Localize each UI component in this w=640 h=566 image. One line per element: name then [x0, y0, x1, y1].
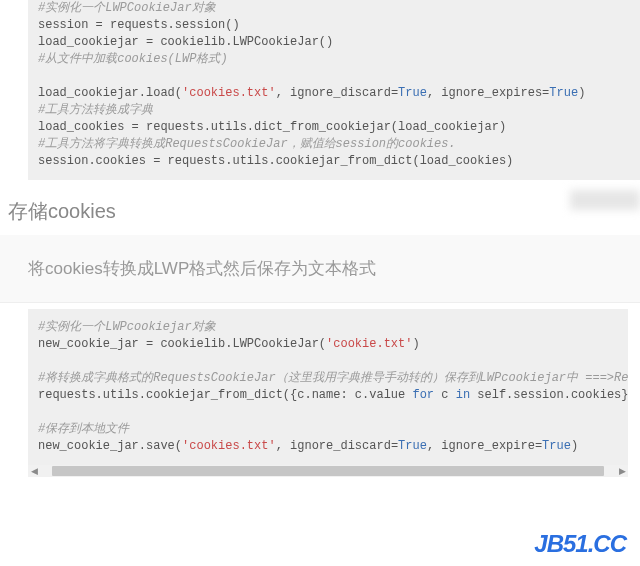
code-block-save: #实例化一个LWPcookiejar对象 new_cookie_jar = co…	[28, 309, 628, 465]
scroll-thumb[interactable]	[52, 466, 604, 476]
section-heading: 存储cookies	[0, 180, 640, 235]
code-comment: #工具方法将字典转换成RequestsCookieJar，赋值给session的…	[38, 136, 640, 153]
code-comment: #从文件中加载cookies(LWP格式)	[38, 51, 640, 68]
code-comment: #实例化一个LWPCookieJar对象	[38, 0, 640, 17]
watermark-logo: JB51.CC	[534, 530, 626, 558]
code-line: load_cookies = requests.utils.dict_from_…	[38, 119, 640, 136]
code-line	[38, 353, 618, 370]
code-line: session = requests.session()	[38, 17, 640, 34]
scroll-left-icon[interactable]: ◀	[28, 465, 40, 477]
code-comment: #将转换成字典格式的RequestsCookieJar（这里我用字典推导手动转的…	[38, 370, 618, 387]
section-subheading: 将cookies转换成LWP格式然后保存为文本格式	[0, 235, 640, 303]
code-comment: #保存到本地文件	[38, 421, 618, 438]
code-line	[38, 404, 618, 421]
horizontal-scrollbar[interactable]: ◀ ▶	[28, 465, 628, 477]
code-line: new_cookie_jar.save('cookies.txt', ignor…	[38, 438, 618, 455]
code-block-load: #实例化一个LWPCookieJar对象 session = requests.…	[28, 0, 640, 180]
blur-overlay	[570, 190, 640, 210]
code-line	[38, 68, 640, 85]
code-line: requests.utils.cookiejar_from_dict({c.na…	[38, 387, 618, 404]
code-line: new_cookie_jar = cookielib.LWPCookieJar(…	[38, 336, 618, 353]
code-line: session.cookies = requests.utils.cookiej…	[38, 153, 640, 170]
scroll-right-icon[interactable]: ▶	[616, 465, 628, 477]
code-comment: #实例化一个LWPcookiejar对象	[38, 319, 618, 336]
code-line: load_cookiejar = cookielib.LWPCookieJar(…	[38, 34, 640, 51]
code-line: load_cookiejar.load('cookies.txt', ignor…	[38, 85, 640, 102]
code-comment: #工具方法转换成字典	[38, 102, 640, 119]
